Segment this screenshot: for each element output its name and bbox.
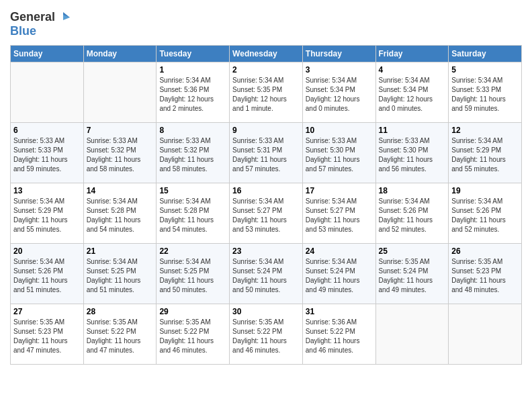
calendar-cell <box>449 304 522 365</box>
calendar-cell: 13Sunrise: 5:34 AM Sunset: 5:29 PM Dayli… <box>11 183 84 244</box>
day-info: Sunrise: 5:35 AM Sunset: 5:23 PM Dayligh… <box>13 318 81 355</box>
day-number: 5 <box>451 65 519 75</box>
calendar-cell: 5Sunrise: 5:34 AM Sunset: 5:33 PM Daylig… <box>449 62 522 123</box>
calendar-cell: 6Sunrise: 5:33 AM Sunset: 5:33 PM Daylig… <box>11 123 84 183</box>
day-number: 9 <box>232 126 300 135</box>
day-info: Sunrise: 5:34 AM Sunset: 5:25 PM Dayligh… <box>159 257 226 295</box>
day-info: Sunrise: 5:34 AM Sunset: 5:34 PM Dayligh… <box>306 76 373 113</box>
day-info: Sunrise: 5:35 AM Sunset: 5:24 PM Dayligh… <box>379 257 446 295</box>
calendar-cell: 2Sunrise: 5:34 AM Sunset: 5:35 PM Daylig… <box>230 62 303 123</box>
calendar-cell: 24Sunrise: 5:34 AM Sunset: 5:24 PM Dayli… <box>302 244 375 304</box>
day-number: 26 <box>451 246 519 256</box>
calendar-cell: 19Sunrise: 5:34 AM Sunset: 5:26 PM Dayli… <box>449 183 522 244</box>
day-info: Sunrise: 5:33 AM Sunset: 5:30 PM Dayligh… <box>379 136 446 174</box>
logo-bird-icon <box>56 12 70 23</box>
day-number: 28 <box>87 307 154 316</box>
day-number: 15 <box>159 186 226 195</box>
day-number: 30 <box>232 307 300 316</box>
day-info: Sunrise: 5:34 AM Sunset: 5:27 PM Dayligh… <box>232 197 300 234</box>
day-number: 7 <box>87 126 154 135</box>
day-number: 31 <box>306 307 373 316</box>
day-number: 19 <box>451 186 519 195</box>
calendar-cell: 12Sunrise: 5:34 AM Sunset: 5:29 PM Dayli… <box>449 123 522 183</box>
day-info: Sunrise: 5:33 AM Sunset: 5:32 PM Dayligh… <box>159 136 226 174</box>
day-info: Sunrise: 5:34 AM Sunset: 5:25 PM Dayligh… <box>87 257 154 295</box>
calendar-cell: 4Sunrise: 5:34 AM Sunset: 5:34 PM Daylig… <box>375 62 449 123</box>
day-number: 11 <box>379 126 446 135</box>
calendar-table: SundayMondayTuesdayWednesdayThursdayFrid… <box>10 45 522 365</box>
calendar-cell: 8Sunrise: 5:33 AM Sunset: 5:32 PM Daylig… <box>157 123 230 183</box>
day-number: 24 <box>306 246 373 256</box>
day-info: Sunrise: 5:34 AM Sunset: 5:34 PM Dayligh… <box>379 76 446 113</box>
day-number: 10 <box>306 126 373 135</box>
day-number: 6 <box>13 126 81 135</box>
day-info: Sunrise: 5:35 AM Sunset: 5:23 PM Dayligh… <box>451 257 519 295</box>
day-info: Sunrise: 5:34 AM Sunset: 5:29 PM Dayligh… <box>13 197 81 234</box>
day-info: Sunrise: 5:34 AM Sunset: 5:26 PM Dayligh… <box>451 197 519 234</box>
calendar-cell: 15Sunrise: 5:34 AM Sunset: 5:28 PM Dayli… <box>157 183 230 244</box>
day-info: Sunrise: 5:35 AM Sunset: 5:22 PM Dayligh… <box>159 318 226 355</box>
day-number: 20 <box>13 246 81 256</box>
day-of-week-header: Saturday <box>449 46 522 62</box>
day-number: 3 <box>306 65 373 75</box>
logo-text-block: General Blue <box>10 10 70 38</box>
day-of-week-header: Tuesday <box>157 46 230 62</box>
day-info: Sunrise: 5:34 AM Sunset: 5:33 PM Dayligh… <box>451 76 519 113</box>
day-number: 12 <box>451 126 519 135</box>
day-info: Sunrise: 5:34 AM Sunset: 5:24 PM Dayligh… <box>232 257 300 295</box>
calendar-cell: 28Sunrise: 5:35 AM Sunset: 5:22 PM Dayli… <box>83 304 157 365</box>
day-info: Sunrise: 5:34 AM Sunset: 5:29 PM Dayligh… <box>451 136 519 174</box>
day-number: 25 <box>379 246 446 256</box>
calendar-cell: 9Sunrise: 5:33 AM Sunset: 5:31 PM Daylig… <box>230 123 303 183</box>
day-number: 14 <box>87 186 154 195</box>
calendar-cell: 16Sunrise: 5:34 AM Sunset: 5:27 PM Dayli… <box>230 183 303 244</box>
day-info: Sunrise: 5:34 AM Sunset: 5:36 PM Dayligh… <box>159 76 226 113</box>
calendar-cell <box>11 62 84 123</box>
day-number: 29 <box>159 307 226 316</box>
day-info: Sunrise: 5:34 AM Sunset: 5:24 PM Dayligh… <box>306 257 373 295</box>
calendar-cell: 31Sunrise: 5:36 AM Sunset: 5:22 PM Dayli… <box>302 304 375 365</box>
calendar-cell <box>375 304 449 365</box>
day-number: 22 <box>159 246 226 256</box>
day-of-week-header: Monday <box>83 46 157 62</box>
day-number: 18 <box>379 186 446 195</box>
calendar-cell: 30Sunrise: 5:35 AM Sunset: 5:22 PM Dayli… <box>230 304 303 365</box>
calendar-cell: 25Sunrise: 5:35 AM Sunset: 5:24 PM Dayli… <box>375 244 449 304</box>
day-of-week-header: Sunday <box>11 46 84 62</box>
calendar-cell: 17Sunrise: 5:34 AM Sunset: 5:27 PM Dayli… <box>302 183 375 244</box>
calendar-cell: 18Sunrise: 5:34 AM Sunset: 5:26 PM Dayli… <box>375 183 449 244</box>
calendar-cell: 22Sunrise: 5:34 AM Sunset: 5:25 PM Dayli… <box>157 244 230 304</box>
page-header: General Blue <box>10 10 522 38</box>
calendar-cell: 23Sunrise: 5:34 AM Sunset: 5:24 PM Dayli… <box>230 244 303 304</box>
calendar-cell: 26Sunrise: 5:35 AM Sunset: 5:23 PM Dayli… <box>449 244 522 304</box>
logo-blue: Blue <box>10 24 36 38</box>
calendar-cell <box>83 62 157 123</box>
calendar-cell: 1Sunrise: 5:34 AM Sunset: 5:36 PM Daylig… <box>157 62 230 123</box>
day-info: Sunrise: 5:33 AM Sunset: 5:32 PM Dayligh… <box>87 136 154 174</box>
calendar-cell: 3Sunrise: 5:34 AM Sunset: 5:34 PM Daylig… <box>302 62 375 123</box>
day-number: 4 <box>379 65 446 75</box>
day-number: 13 <box>13 186 81 195</box>
day-info: Sunrise: 5:36 AM Sunset: 5:22 PM Dayligh… <box>306 318 373 355</box>
day-info: Sunrise: 5:34 AM Sunset: 5:26 PM Dayligh… <box>13 257 81 295</box>
calendar-cell: 20Sunrise: 5:34 AM Sunset: 5:26 PM Dayli… <box>11 244 84 304</box>
day-number: 16 <box>232 186 300 195</box>
day-info: Sunrise: 5:33 AM Sunset: 5:33 PM Dayligh… <box>13 136 81 174</box>
calendar-cell: 21Sunrise: 5:34 AM Sunset: 5:25 PM Dayli… <box>83 244 157 304</box>
calendar-cell: 29Sunrise: 5:35 AM Sunset: 5:22 PM Dayli… <box>157 304 230 365</box>
calendar-cell: 10Sunrise: 5:33 AM Sunset: 5:30 PM Dayli… <box>302 123 375 183</box>
day-of-week-header: Friday <box>375 46 449 62</box>
day-of-week-header: Wednesday <box>230 46 303 62</box>
day-number: 27 <box>13 307 81 316</box>
day-info: Sunrise: 5:34 AM Sunset: 5:35 PM Dayligh… <box>232 76 300 113</box>
calendar-cell: 14Sunrise: 5:34 AM Sunset: 5:28 PM Dayli… <box>83 183 157 244</box>
logo: General Blue <box>10 10 70 38</box>
day-info: Sunrise: 5:33 AM Sunset: 5:30 PM Dayligh… <box>306 136 373 174</box>
calendar-cell: 11Sunrise: 5:33 AM Sunset: 5:30 PM Dayli… <box>375 123 449 183</box>
day-number: 17 <box>306 186 373 195</box>
calendar-cell: 27Sunrise: 5:35 AM Sunset: 5:23 PM Dayli… <box>11 304 84 365</box>
day-info: Sunrise: 5:34 AM Sunset: 5:26 PM Dayligh… <box>379 197 446 234</box>
logo-general: General <box>10 10 55 24</box>
day-info: Sunrise: 5:34 AM Sunset: 5:28 PM Dayligh… <box>87 197 154 234</box>
calendar-cell: 7Sunrise: 5:33 AM Sunset: 5:32 PM Daylig… <box>83 123 157 183</box>
